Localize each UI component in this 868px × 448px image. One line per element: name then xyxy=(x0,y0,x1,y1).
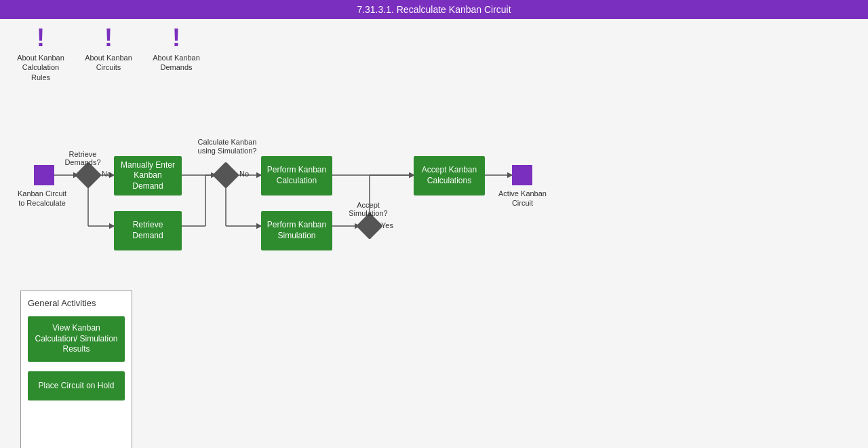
info-item-circuits[interactable]: ! About Kanban Circuits xyxy=(81,26,136,73)
start-label: Kanban Circuit to Recalculate xyxy=(15,189,69,208)
general-activities-panel: General Activities View Kanban Calculati… xyxy=(20,291,132,448)
info-label-3: About Kanban Demands xyxy=(149,53,203,73)
retrieve-demand-box[interactable]: Retrieve Demand xyxy=(114,211,182,250)
manually-enter-box[interactable]: Manually Enter Kanban Demand xyxy=(114,156,182,195)
info-item-demands[interactable]: ! About Kanban Demands xyxy=(149,26,203,73)
info-item-calculation-rules[interactable]: ! About Kanban Calculation Rules xyxy=(14,26,68,82)
exclamation-icon-1: ! xyxy=(37,26,45,50)
retrieve-demands-label: Retrieve Demands? xyxy=(56,150,110,166)
start-node xyxy=(34,165,54,185)
end-node xyxy=(512,165,532,185)
general-activities-button-2[interactable]: Place Circuit on Hold xyxy=(28,371,125,401)
perform-simulation-box[interactable]: Perform Kanban Simulation xyxy=(261,211,332,250)
page-title: 7.31.3.1. Recalculate Kanban Circuit xyxy=(357,4,511,15)
retrieve-no-label: No xyxy=(102,170,111,178)
title-bar: 7.31.3.1. Recalculate Kanban Circuit xyxy=(0,0,868,19)
calculate-sim-label: Calculate Kanban using Simulation? xyxy=(197,138,258,155)
calculate-no-label: No xyxy=(239,170,249,178)
accept-sim-label: Accept Simulation? xyxy=(344,201,392,217)
general-activities-title: General Activities xyxy=(28,298,125,308)
info-icons-section: ! About Kanban Calculation Rules ! About… xyxy=(0,19,868,89)
info-label-2: About Kanban Circuits xyxy=(81,53,136,73)
end-label: Active Kanban Circuit xyxy=(497,189,548,208)
exclamation-icon-3: ! xyxy=(172,26,180,50)
info-label-1: About Kanban Calculation Rules xyxy=(14,53,68,82)
accept-yes-label: Yes xyxy=(381,221,393,229)
exclamation-icon-2: ! xyxy=(104,26,113,50)
general-activities-button-1[interactable]: View Kanban Calculation/ Simulation Resu… xyxy=(28,316,125,362)
diamond-calculate-sim xyxy=(212,162,239,189)
perform-calculation-box[interactable]: Perform Kanban Calculation xyxy=(261,156,332,195)
accept-calculations-box[interactable]: Accept Kanban Calculations xyxy=(414,156,485,195)
